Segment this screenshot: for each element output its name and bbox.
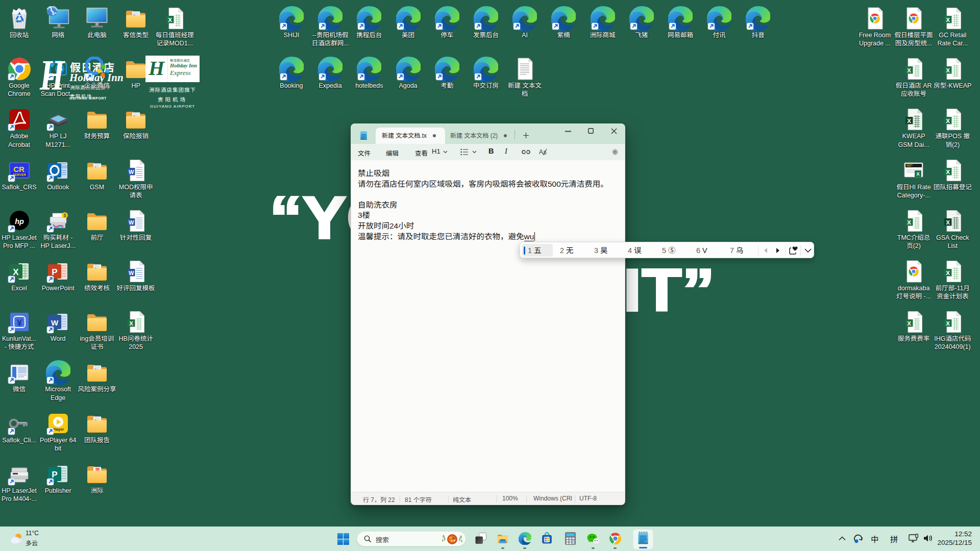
svg-text:b: b bbox=[544, 150, 547, 156]
svg-text:A: A bbox=[539, 148, 543, 156]
